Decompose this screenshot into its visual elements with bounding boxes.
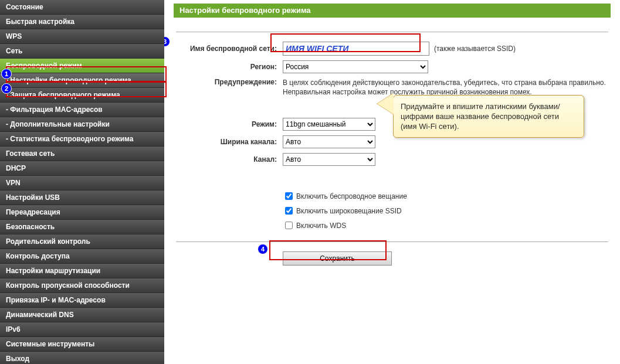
label-mode: Режим: bbox=[176, 120, 283, 128]
sidebar-item-network[interactable]: Сеть bbox=[0, 44, 164, 59]
sidebar-item-vpn[interactable]: VPN bbox=[0, 176, 164, 190]
mode-select[interactable]: 11bgn смешанный bbox=[283, 118, 375, 131]
save-button[interactable]: Сохранить bbox=[283, 251, 392, 266]
sidebar-item-routing[interactable]: Настройки маршрутизации bbox=[0, 264, 164, 278]
ssid-broadcast-label: Включить широковещание SSID bbox=[296, 207, 402, 215]
sidebar-item-wps[interactable]: WPS bbox=[0, 29, 164, 44]
sidebar-item-access[interactable]: Контроль доступа bbox=[0, 249, 164, 264]
sidebar-item-parental[interactable]: Родительский контроль bbox=[0, 234, 164, 249]
sidebar-item-guest[interactable]: Гостевая сеть bbox=[0, 147, 164, 161]
width-select[interactable]: Авто bbox=[283, 135, 375, 148]
wds-label: Включить WDS bbox=[296, 222, 346, 230]
sidebar-item-ddns[interactable]: Динамический DNS bbox=[0, 308, 164, 322]
label-width: Ширина канала: bbox=[176, 138, 283, 146]
label-channel: Канал: bbox=[176, 155, 283, 164]
sidebar: Состояние Быстрая настройка WPS Сеть Бес… bbox=[0, 0, 164, 364]
ssid-input[interactable] bbox=[283, 42, 429, 56]
page-title: Настройки беспроводного режима bbox=[174, 4, 611, 18]
broadcast-label: Включить беспроводное вещание bbox=[296, 192, 407, 200]
wds-checkbox[interactable] bbox=[285, 222, 293, 229]
sidebar-item-status[interactable]: Состояние bbox=[0, 0, 164, 15]
sidebar-item-wireless-mac[interactable]: - Фильтрация MAC-адресов bbox=[0, 103, 164, 117]
label-region: Регион: bbox=[176, 63, 283, 71]
sidebar-item-quicksetup[interactable]: Быстрая настройка bbox=[0, 15, 164, 29]
broadcast-checkbox[interactable] bbox=[285, 192, 293, 200]
sidebar-item-systools[interactable]: Системные инструменты bbox=[0, 337, 164, 352]
label-warning: Предупреждение: bbox=[176, 78, 283, 86]
sidebar-item-security[interactable]: Безопасность bbox=[0, 220, 164, 234]
sidebar-item-bandwidth[interactable]: Контроль пропускной способности bbox=[0, 278, 164, 293]
sidebar-item-ipv6[interactable]: IPv6 bbox=[0, 322, 164, 337]
sidebar-item-wireless-advanced[interactable]: - Дополнительные настройки bbox=[0, 117, 164, 132]
sidebar-item-wireless[interactable]: Беспроводной режим bbox=[0, 59, 164, 73]
warning-text: В целях соблюдения действующего законода… bbox=[283, 78, 608, 97]
sidebar-item-logout[interactable]: Выход bbox=[0, 352, 164, 364]
badge-4: 4 bbox=[258, 244, 268, 254]
badge-1: 1 bbox=[1, 69, 12, 79]
region-select[interactable]: Россия bbox=[283, 60, 428, 73]
ssid-broadcast-checkbox[interactable] bbox=[285, 207, 293, 215]
sidebar-item-wireless-stats[interactable]: - Статистика беспроводного режима bbox=[0, 132, 164, 147]
sidebar-item-forwarding[interactable]: Переадресация bbox=[0, 205, 164, 220]
label-ssid: Имя беспроводной сети: bbox=[176, 45, 283, 53]
sidebar-item-dhcp[interactable]: DHCP bbox=[0, 161, 164, 176]
sidebar-item-wireless-settings[interactable]: - Настройки беспроводного режима bbox=[0, 73, 164, 88]
sidebar-item-usb[interactable]: Настройки USB bbox=[0, 190, 164, 205]
channel-select[interactable]: Авто bbox=[283, 153, 375, 166]
sidebar-item-ipmac[interactable]: Привязка IP- и MAC-адресов bbox=[0, 293, 164, 308]
sidebar-item-wireless-security[interactable]: - Защита беспроводного режима bbox=[0, 88, 164, 103]
badge-2: 2 bbox=[1, 83, 12, 94]
tooltip: Придумайте и впишите латинскими буквами/… bbox=[393, 95, 584, 138]
main-panel: Настройки беспроводного режима Имя беспр… bbox=[164, 0, 620, 364]
ssid-hint: (также называется SSID) bbox=[434, 45, 516, 53]
